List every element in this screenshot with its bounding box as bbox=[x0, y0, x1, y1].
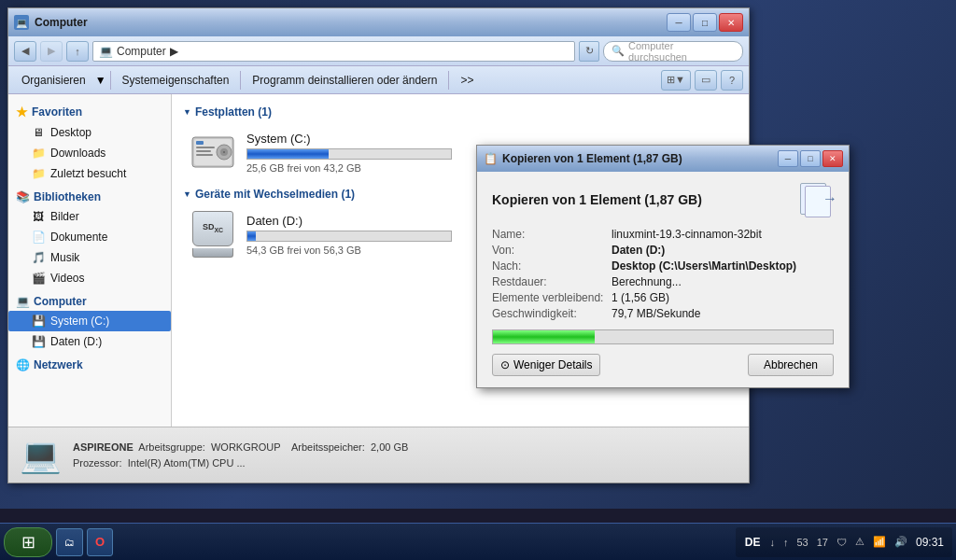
copy-file-icon: → bbox=[800, 183, 834, 217]
start-button[interactable]: ⊞ bbox=[4, 527, 52, 557]
language-indicator: DE bbox=[741, 534, 765, 551]
workgroup-value: WORKGROUP bbox=[211, 441, 280, 453]
secondary-network-value: 17 bbox=[814, 535, 831, 550]
sidebar-computer-section: 💻 Computer 💾 System (C:) 💾 Daten (D:) bbox=[8, 292, 171, 352]
minimize-button[interactable]: ─ bbox=[667, 13, 691, 32]
system-properties-button[interactable]: Systemeigenschaften bbox=[115, 69, 237, 91]
details-pane-button[interactable]: ▭ bbox=[695, 70, 717, 91]
security-icon: 🛡 bbox=[834, 535, 850, 550]
sidebar-item-pictures[interactable]: 🖼 Bilder bbox=[8, 206, 171, 227]
remaining-value: 1 (1,56 GB) bbox=[612, 291, 834, 304]
sidebar-item-data-d[interactable]: 💾 Daten (D:) bbox=[8, 331, 171, 352]
sidebar-computer-header[interactable]: 💻 Computer bbox=[8, 292, 171, 311]
from-value: Daten (D:) bbox=[612, 244, 834, 257]
data-d-progress-fill bbox=[247, 231, 256, 241]
sidebar-favorites-label: Favoriten bbox=[32, 105, 82, 119]
sidebar-item-videos[interactable]: 🎬 Videos bbox=[8, 268, 171, 288]
sidebar-item-music[interactable]: 🎵 Musik bbox=[8, 247, 171, 268]
sidebar-network-section: 🌐 Netzwerk bbox=[8, 356, 171, 374]
sidebar-libraries-section: 📚 Bibliotheken 🖼 Bilder 📄 Dokumente 🎵 Mu… bbox=[8, 188, 171, 288]
clock-display[interactable]: 09:31 bbox=[913, 536, 947, 549]
close-button[interactable]: ✕ bbox=[719, 13, 743, 32]
sidebar-item-videos-label: Videos bbox=[50, 272, 84, 285]
system-c-name: System (C:) bbox=[246, 132, 730, 146]
from-label: Von: bbox=[492, 244, 604, 257]
system-c-icon: 💾 bbox=[31, 314, 46, 329]
sidebar-item-system-c[interactable]: 💾 System (C:) bbox=[8, 311, 171, 331]
download-indicator-icon: ↓ bbox=[767, 535, 779, 550]
workgroup-label: Arbeitsgruppe: bbox=[138, 441, 205, 453]
forward-button[interactable]: ▶ bbox=[40, 41, 63, 62]
dialog-title-text: Kopieren von 1 Element (1,87 GB) bbox=[502, 152, 778, 165]
toolbar-right: ⊞▼ ▭ ? bbox=[661, 70, 743, 91]
computer-name: ASPIREONE bbox=[73, 441, 134, 453]
data-d-drive-icon: SDXC bbox=[190, 212, 235, 257]
more-button[interactable]: >> bbox=[453, 69, 481, 91]
less-details-button[interactable]: ⊙ Weniger Details bbox=[492, 354, 600, 376]
copy-progress-bar bbox=[492, 329, 834, 344]
svg-rect-7 bbox=[196, 154, 213, 156]
sidebar-item-documents-label: Dokumente bbox=[50, 231, 107, 244]
up-button[interactable]: ↑ bbox=[66, 41, 89, 62]
videos-icon: 🎬 bbox=[31, 271, 46, 286]
processor-label: Prozessor: bbox=[73, 457, 122, 469]
sidebar-item-desktop[interactable]: 🖥 Desktop bbox=[8, 122, 171, 143]
removable-section-label: Geräte mit Wechselmedien (1) bbox=[195, 188, 355, 201]
data-d-progress bbox=[246, 231, 452, 242]
sidebar-favorites-header[interactable]: ★ Favoriten bbox=[8, 102, 171, 122]
less-details-label: Weniger Details bbox=[513, 358, 592, 371]
toolbar: Organisieren ▼ Systemeigenschaften Progr… bbox=[8, 66, 749, 94]
search-placeholder: Computer durchsuchen bbox=[628, 40, 735, 63]
speed-value: 79,7 MB/Sekunde bbox=[612, 307, 834, 320]
svg-rect-6 bbox=[196, 150, 211, 152]
taskbar-browser-button[interactable]: O bbox=[87, 528, 113, 556]
view-options-button[interactable]: ⊞▼ bbox=[661, 70, 691, 91]
back-button[interactable]: ◀ bbox=[14, 41, 36, 62]
status-bar: 💻 ASPIREONE Arbeitsgruppe: WORKGROUP Arb… bbox=[8, 427, 749, 483]
windows-logo-icon: ⊞ bbox=[21, 532, 35, 553]
chevron-up-icon: ⊙ bbox=[500, 358, 510, 371]
sidebar-libraries-header[interactable]: 📚 Bibliotheken bbox=[8, 188, 171, 206]
dialog-close-button[interactable]: ✕ bbox=[822, 150, 843, 167]
sidebar-favorites-section: ★ Favoriten 🖥 Desktop 📁 Downloads 📁 Zule… bbox=[8, 102, 171, 184]
cancel-button[interactable]: Abbrechen bbox=[748, 354, 834, 376]
address-box[interactable]: 💻 Computer ▶ bbox=[92, 41, 575, 62]
hdd-section-header: Festplatten (1) bbox=[183, 105, 738, 119]
sidebar-item-documents[interactable]: 📄 Dokumente bbox=[8, 227, 171, 247]
refresh-button[interactable]: ↻ bbox=[579, 41, 599, 62]
sidebar-network-header[interactable]: 🌐 Netzwerk bbox=[8, 356, 171, 374]
dialog-controls: ─ □ ✕ bbox=[778, 150, 843, 167]
sdxc-card-shape: SDXC bbox=[192, 211, 233, 246]
documents-icon: 📄 bbox=[31, 230, 46, 245]
dialog-titlebar: 📋 Kopieren von 1 Element (1,87 GB) ─ □ ✕ bbox=[477, 146, 849, 172]
help-button[interactable]: ? bbox=[721, 70, 743, 91]
dialog-title-icon: 📋 bbox=[483, 151, 498, 166]
duration-label: Restdauer: bbox=[492, 275, 604, 288]
libraries-icon: 📚 bbox=[16, 190, 30, 203]
dialog-maximize-button[interactable]: □ bbox=[800, 150, 821, 167]
sidebar-computer-label: Computer bbox=[34, 295, 87, 308]
address-arrow: ▶ bbox=[170, 45, 178, 58]
upload-indicator-icon: ↑ bbox=[780, 535, 792, 550]
toolbar-separator bbox=[110, 71, 111, 90]
explorer-title: Computer bbox=[35, 16, 667, 29]
memory-value: 2,00 GB bbox=[371, 441, 408, 453]
to-value: Desktop (C:\Users\Martin\Desktop) bbox=[612, 259, 834, 273]
sidebar-item-downloads[interactable]: 📁 Downloads bbox=[8, 143, 171, 163]
search-box[interactable]: 🔍 Computer durchsuchen bbox=[603, 41, 743, 62]
toolbar-separator-2 bbox=[240, 71, 241, 90]
sidebar-item-pictures-label: Bilder bbox=[50, 210, 79, 223]
organize-button[interactable]: Organisieren bbox=[14, 69, 93, 91]
svg-rect-8 bbox=[196, 141, 204, 145]
to-label: Nach: bbox=[492, 259, 604, 273]
downloads-folder-icon: 📁 bbox=[31, 146, 46, 161]
sidebar-item-recent[interactable]: 📁 Zuletzt besucht bbox=[8, 163, 171, 184]
name-value: linuxmint-19.3-cinnamon-32bit bbox=[612, 228, 834, 241]
sidebar-libraries-label: Bibliotheken bbox=[34, 190, 101, 203]
maximize-button[interactable]: □ bbox=[693, 13, 717, 32]
taskbar-explorer-button[interactable]: 🗂 bbox=[56, 528, 83, 556]
processor-value: Intel(R) Atom(TM) CPU ... bbox=[128, 457, 246, 469]
dialog-minimize-button[interactable]: ─ bbox=[778, 150, 798, 167]
uninstall-button[interactable]: Programm deinstallieren oder ändern bbox=[245, 69, 444, 91]
antivirus-icon: ⚠ bbox=[852, 534, 867, 550]
